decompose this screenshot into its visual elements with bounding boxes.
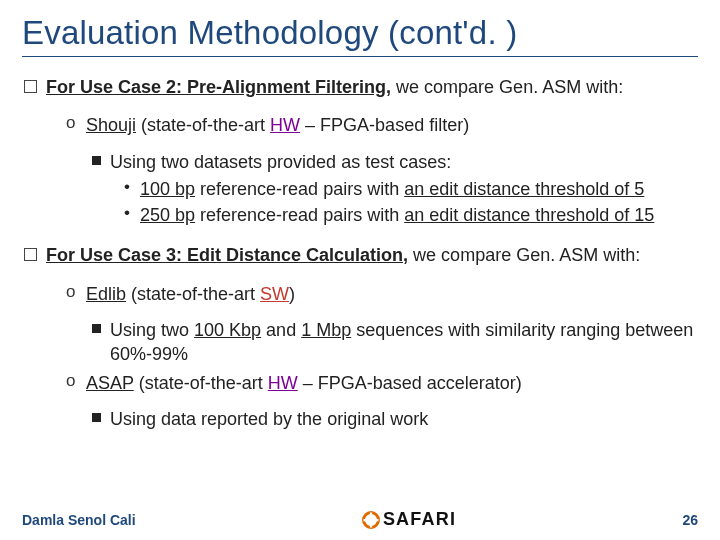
uc3-asap-sub: Using data reported by the original work [90,407,698,431]
usecase2-heading: For Use Case 2: Pre-Alignment Filtering,… [22,75,698,99]
sw-label: SW [260,284,289,304]
svg-point-1 [367,516,375,524]
uc2-rest: we compare Gen. ASM with: [391,77,623,97]
shouji-desc1: (state-of-the-art [136,115,270,135]
uc2-bold: For Use Case 2: Pre-Alignment Filtering, [46,77,391,97]
slide: { "title": "Evaluation Methodology (cont… [0,0,720,540]
uc3-edlib-sub: Using two 100 Kbp and 1 Mbp sequences wi… [90,318,698,367]
hw-label: HW [270,115,300,135]
uc2-datasets: Using two datasets provided as test case… [90,150,698,174]
uc2-ds1: 100 bp reference-read pairs with an edit… [122,177,698,201]
shouji-name: Shouji [86,115,136,135]
uc2-ds2: 250 bp reference-read pairs with an edit… [122,203,698,227]
ed-sub4: 1 Mbp [301,320,351,340]
ed-sub2: 100 Kbp [194,320,261,340]
asap-hw: HW [268,373,298,393]
edlib-desc2: ) [289,284,295,304]
ed-sub1: Using two [110,320,194,340]
edlib-name: Edlib [86,284,126,304]
asap-desc1: (state-of-the-art [134,373,268,393]
uc2-ds2-thr: an edit distance threshold of 15 [404,205,654,225]
uc2-ds1-bp: 100 bp [140,179,195,199]
uc3-asap: ASAP (state-of-the-art HW – FPGA-based a… [62,371,698,395]
author-name: Damla Senol Cali [22,512,136,528]
logo-text: SAFARI [383,509,456,530]
page-number: 26 [682,512,698,528]
uc2-ds1-mid: reference-read pairs with [195,179,404,199]
uc2-ds2-mid: reference-read pairs with [195,205,404,225]
asap-desc2: – FPGA-based accelerator) [298,373,522,393]
slide-title: Evaluation Methodology (cont'd. ) [22,14,698,57]
slide-body: For Use Case 2: Pre-Alignment Filtering,… [22,75,698,431]
uc3-bold: For Use Case 3: Edit Distance Calculatio… [46,245,408,265]
uc2-ds2-bp: 250 bp [140,205,195,225]
edlib-desc1: (state-of-the-art [126,284,260,304]
uc3-rest: we compare Gen. ASM with: [408,245,640,265]
uc2-shouji: Shouji (state-of-the-art HW – FPGA-based… [62,113,698,137]
lifebuoy-icon [362,511,380,529]
ed-sub3: and [261,320,301,340]
slide-footer: Damla Senol Cali SAFARI 26 [0,509,720,530]
uc3-edlib: Edlib (state-of-the-art SW) [62,282,698,306]
safari-logo: SAFARI [362,509,456,530]
usecase3-heading: For Use Case 3: Edit Distance Calculatio… [22,243,698,267]
asap-name: ASAP [86,373,134,393]
shouji-desc2: – FPGA-based filter) [300,115,469,135]
uc2-ds1-thr: an edit distance threshold of 5 [404,179,644,199]
